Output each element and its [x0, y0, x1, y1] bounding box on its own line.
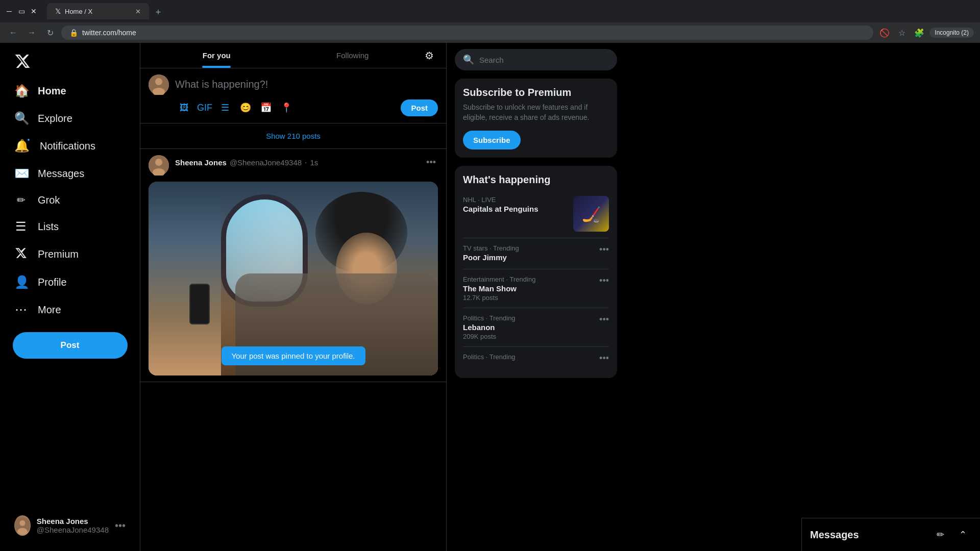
- tweet[interactable]: Sheena Jones @SheenaJone49348 · 1s •••: [140, 149, 446, 382]
- refresh-button[interactable]: ↻: [43, 26, 57, 40]
- tab-favicon: 𝕏: [55, 7, 61, 15]
- tweet-more-button[interactable]: •••: [424, 155, 438, 170]
- tweet-avatar: [149, 155, 169, 176]
- sidebar-bottom: Sheena Jones @SheenaJone49348 •••: [6, 504, 134, 547]
- incognito-badge[interactable]: Incognito (2): [929, 28, 974, 38]
- notification-dot: [27, 138, 31, 142]
- trending-info: Politics · Trending: [463, 353, 593, 362]
- x-logo[interactable]: [6, 47, 134, 76]
- schedule-icon[interactable]: 📅: [257, 98, 275, 117]
- location-icon[interactable]: 📍: [277, 98, 296, 117]
- trending-title: What's happening: [463, 174, 609, 186]
- svg-point-2: [17, 528, 27, 535]
- sidebar-item-more[interactable]: ⋯ More: [6, 296, 134, 323]
- trending-category: Politics · Trending: [463, 314, 593, 322]
- grok-icon: ✏: [14, 194, 28, 206]
- tweet-author-name: Sheena Jones: [175, 158, 227, 167]
- trending-item-man-show[interactable]: Entertainment · Trending The Man Show 12…: [463, 269, 609, 308]
- trending-info: Entertainment · Trending The Man Show 12…: [463, 276, 593, 302]
- sidebar-item-lists[interactable]: ☰ Lists: [6, 213, 134, 240]
- trending-more-icon[interactable]: •••: [599, 276, 609, 286]
- sidebar-item-explore[interactable]: 🔍 Explore: [6, 105, 134, 132]
- sidebar-item-home[interactable]: 🏠 Home: [6, 78, 134, 104]
- show-posts-bar[interactable]: Show 210 posts: [140, 123, 446, 149]
- back-button[interactable]: ←: [6, 26, 20, 40]
- hockey-image-visual: 🏒: [573, 196, 609, 232]
- trending-item-poor-jimmy[interactable]: TV stars · Trending Poor Jimmy •••: [463, 238, 609, 269]
- compose-placeholder[interactable]: What is happening?!: [175, 74, 438, 98]
- user-info[interactable]: Sheena Jones @SheenaJone49348 •••: [8, 510, 132, 541]
- trending-category: NHL · LIVE: [463, 196, 567, 204]
- browser-chrome: ─ ▭ ✕ 𝕏 Home / X ✕ + ← → ↻ 🔒 twitter.com…: [0, 0, 980, 43]
- trending-item-lebanon[interactable]: Politics · Trending Lebanon 209K posts •…: [463, 308, 609, 347]
- toolbar-right: 🚫 ☆ 🧩 Incognito (2): [877, 26, 974, 40]
- forward-button[interactable]: →: [24, 26, 39, 40]
- compose-message-icon[interactable]: ✏: [931, 525, 949, 544]
- close-button[interactable]: ✕: [30, 7, 38, 15]
- search-icon: 🔍: [463, 54, 474, 65]
- messages-bar-icons: ✏ ⌃: [931, 525, 972, 544]
- person-icon: 👤: [14, 275, 28, 289]
- trending-category: TV stars · Trending: [463, 244, 593, 252]
- trending-more-icon[interactable]: •••: [599, 314, 609, 325]
- trending-item-politics[interactable]: Politics · Trending •••: [463, 347, 609, 370]
- tab-for-you[interactable]: For you: [149, 43, 285, 68]
- compose-avatar: [149, 74, 169, 95]
- trending-category: Entertainment · Trending: [463, 276, 593, 283]
- avatar: [14, 515, 31, 536]
- tab-following[interactable]: Following: [285, 43, 421, 68]
- post-button[interactable]: Post: [13, 332, 128, 359]
- sidebar-item-home-label: Home: [38, 85, 66, 97]
- user-display-name: Sheena Jones: [37, 517, 109, 525]
- extension-icon[interactable]: 🧩: [912, 26, 926, 40]
- trending-more-icon[interactable]: •••: [599, 244, 609, 255]
- active-tab[interactable]: 𝕏 Home / X ✕: [47, 3, 149, 19]
- expand-messages-icon[interactable]: ⌃: [953, 525, 972, 544]
- new-tab-button[interactable]: +: [151, 5, 165, 19]
- more-icon: ⋯: [14, 303, 28, 317]
- sidebar-item-explore-label: Explore: [38, 113, 72, 124]
- camera-off-icon: 🚫: [877, 26, 892, 40]
- address-bar[interactable]: 🔒 twitter.com/home: [61, 26, 873, 40]
- app-container: 🏠 Home 🔍 Explore 🔔 Notifications ✉️ Mess…: [0, 43, 980, 551]
- subscribe-button[interactable]: Subscribe: [463, 131, 521, 149]
- messages-bar: Messages ✏ ⌃: [801, 518, 980, 551]
- search-box[interactable]: 🔍: [455, 49, 617, 70]
- sidebar-item-messages[interactable]: ✉️ Messages: [6, 160, 134, 187]
- minimize-button[interactable]: ─: [5, 7, 13, 15]
- sidebar-item-profile[interactable]: 👤 Profile: [6, 269, 134, 295]
- emoji-icon[interactable]: 😊: [236, 98, 255, 117]
- trending-name: Poor Jimmy: [463, 253, 593, 262]
- right-sidebar: 🔍 Subscribe to Premium Subscribe to unlo…: [447, 43, 625, 551]
- tab-bar: 𝕏 Home / X ✕ +: [42, 3, 170, 19]
- tab-close-button[interactable]: ✕: [135, 8, 141, 15]
- premium-title: Subscribe to Premium: [463, 87, 609, 98]
- settings-icon[interactable]: ⚙: [421, 45, 438, 66]
- trending-more-icon[interactable]: •••: [599, 353, 609, 364]
- image-upload-icon[interactable]: 🖼: [175, 98, 193, 117]
- svg-point-1: [19, 520, 25, 526]
- user-names: Sheena Jones @SheenaJone49348: [37, 517, 109, 534]
- search-input[interactable]: [479, 56, 609, 64]
- user-handle: @SheenaJone49348: [37, 525, 109, 534]
- x-logo-svg: [14, 53, 31, 69]
- notifications-icon-wrapper: 🔔: [14, 139, 30, 153]
- sidebar-item-notifications-label: Notifications: [40, 140, 95, 152]
- sidebar-item-premium[interactable]: Premium: [6, 241, 134, 268]
- tweet-dot: ·: [305, 158, 307, 167]
- trending-card: What's happening NHL · LIVE Capitals at …: [455, 166, 617, 378]
- star-icon[interactable]: ☆: [895, 26, 909, 40]
- gif-icon[interactable]: GIF: [195, 98, 214, 117]
- tweet-header: Sheena Jones @SheenaJone49348 · 1s •••: [149, 155, 438, 176]
- sidebar-item-notifications[interactable]: 🔔 Notifications: [6, 133, 134, 159]
- trending-item-capitals[interactable]: NHL · LIVE Capitals at Penguins 🏒: [463, 190, 609, 238]
- tweet-author-handle: @SheenaJone49348: [230, 158, 302, 167]
- sidebar-item-lists-label: Lists: [38, 221, 59, 233]
- user-more-icon[interactable]: •••: [115, 520, 126, 532]
- tweet-image-container: Your post was pinned to your profile.: [149, 182, 438, 375]
- compose-post-button[interactable]: Post: [401, 99, 438, 116]
- sidebar-item-grok[interactable]: ✏ Grok: [6, 188, 134, 212]
- trending-info: TV stars · Trending Poor Jimmy: [463, 244, 593, 263]
- maximize-button[interactable]: ▭: [17, 7, 26, 15]
- list-compose-icon[interactable]: ☰: [216, 98, 234, 117]
